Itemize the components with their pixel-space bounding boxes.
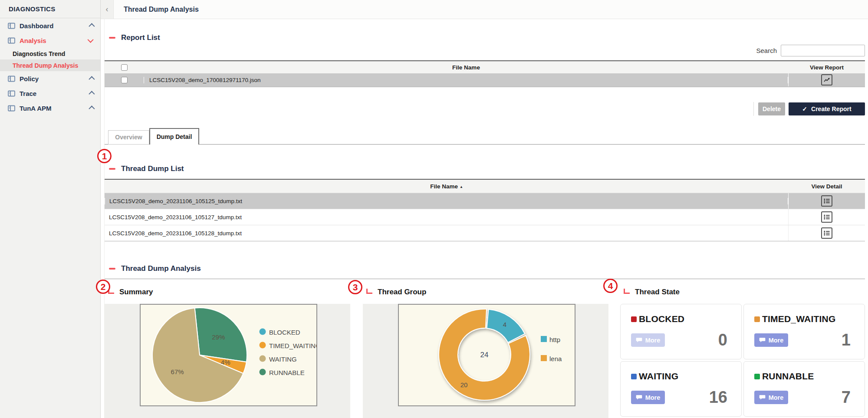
view-detail-button[interactable] [821, 227, 832, 239]
list-icon [823, 198, 830, 204]
page-title: Thread Dump Analysis [124, 0, 199, 19]
column-header-view-report: View Report [789, 64, 865, 71]
thread-dump-row[interactable]: LCSC15V208_demo_20231106_105127_tdump.tx… [105, 209, 865, 225]
layout-icon [8, 90, 15, 97]
legend-marker-BLOCKED[interactable] [260, 329, 266, 335]
thread-dump-analysis-section-header: Thread Dump Analysis [109, 264, 201, 273]
thread-state-card-timed-waiting: TIMED_WAITING More 1 [743, 304, 865, 359]
more-button[interactable]: More [631, 333, 665, 347]
section-title: Thread Dump Analysis [121, 264, 201, 273]
more-button[interactable]: More [754, 333, 788, 347]
chevron-up-icon [89, 105, 95, 112]
report-list-table: File Name View Report LCSC15V208_demo_17… [105, 60, 865, 87]
dump-file-name: LCSC15V208_demo_20231106_105128_tdump.tx… [105, 230, 788, 237]
layout-icon [8, 37, 15, 44]
sort-asc-icon: ▲ [460, 185, 463, 189]
section-title: Report List [121, 33, 160, 42]
column-header-view-detail: View Detail [789, 183, 865, 190]
thread-dump-list-section-header: Thread Dump List [109, 164, 184, 174]
section-dash-icon [109, 168, 115, 170]
more-button[interactable]: More [754, 391, 788, 404]
sidebar-item-label: TunA APM [20, 105, 89, 112]
thread-state-section: Thread State BLOCKED More 0 [620, 286, 865, 417]
corner-icon [624, 289, 630, 294]
annotation-circle-1: 1 [97, 149, 112, 163]
view-detail-button[interactable] [821, 211, 832, 223]
search-row: Search [756, 44, 865, 57]
column-header-file-name[interactable]: File Name [144, 64, 789, 71]
select-all-checkbox[interactable] [121, 64, 128, 71]
section-dash-icon [109, 268, 115, 270]
check-icon: ✓ [802, 105, 807, 112]
sidebar-item-label: Policy [20, 75, 89, 82]
report-table-header: File Name View Report [105, 61, 865, 73]
list-icon [823, 230, 830, 236]
state-color-square [754, 316, 760, 322]
report-actions: Delete ✓ Create Report [753, 102, 865, 115]
view-report-button[interactable] [821, 74, 832, 86]
sidebar: DIAGNOSTICS Dashboard Analysis Diagnosti… [0, 0, 101, 418]
legend-marker-TIMED_WAITING[interactable] [260, 342, 266, 349]
thread-group-donut-chart[interactable]: 42024httplena [399, 305, 575, 405]
state-label: RUNNABLE [762, 371, 814, 382]
chevron-up-icon [89, 23, 95, 29]
svg-text:WAITING: WAITING [269, 355, 297, 363]
thread-group-title: Thread Group [378, 288, 426, 296]
thread-group-section: Thread Group 42024httplena [363, 286, 608, 418]
main-content: Report List Search File Name View Report… [104, 19, 865, 418]
thread-dump-row[interactable]: LCSC15V208_demo_20231106_105128_tdump.tx… [105, 225, 865, 241]
create-report-button[interactable]: ✓ Create Report [789, 102, 865, 115]
sidebar-subitem-label: Thread Dump Analysis [13, 62, 78, 69]
layout-icon [8, 105, 15, 112]
sidebar-item-tuna-apm[interactable]: TunA APM [0, 101, 100, 115]
delete-button[interactable]: Delete [758, 102, 785, 115]
tab-dump-detail[interactable]: Dump Detail [149, 128, 199, 145]
legend-marker-lena[interactable] [541, 355, 547, 361]
summary-pie-chart[interactable]: 29%4%67%BLOCKEDTIMED_WAITINGWAITINGRUNNA… [141, 305, 316, 405]
state-color-square [631, 374, 637, 379]
row-checkbox[interactable] [121, 77, 128, 83]
tab-bar: Overview Dump Detail [105, 128, 865, 145]
state-count: 7 [842, 388, 851, 407]
line-chart-icon [823, 77, 830, 83]
thread-state-card-blocked: BLOCKED More 0 [620, 304, 742, 359]
sidebar-item-label: Dashboard [20, 22, 89, 30]
legend-marker-RUNNABLE[interactable] [260, 369, 266, 375]
thread-dump-row[interactable]: LCSC15V208_demo_20231106_105125_tdump.tx… [105, 193, 865, 209]
sidebar-item-dashboard[interactable]: Dashboard [0, 18, 100, 33]
search-input[interactable] [781, 45, 865, 56]
sidebar-title: DIAGNOSTICS [0, 0, 100, 18]
more-button[interactable]: More [631, 391, 665, 404]
svg-text:20: 20 [460, 381, 468, 388]
dump-file-name: LCSC15V208_demo_20231106_105125_tdump.tx… [105, 198, 788, 204]
tab-overview[interactable]: Overview [108, 130, 149, 145]
layout-icon [8, 23, 15, 29]
chevron-up-icon [89, 91, 95, 97]
thread-dump-analysis-page: DIAGNOSTICS Dashboard Analysis Diagnosti… [0, 0, 868, 418]
svg-text:67%: 67% [171, 368, 184, 375]
view-detail-button[interactable] [821, 195, 832, 207]
state-count: 0 [718, 331, 727, 349]
legend-marker-http[interactable] [541, 336, 547, 342]
sidebar-subitem-label: Diagnostics Trend [13, 50, 65, 57]
thread-state-cards: BLOCKED More 0 TIMED_WAITING [620, 304, 865, 417]
thread-dump-list-table: File Name▲ View Detail LCSC15V208_demo_2… [105, 179, 865, 241]
svg-text:24: 24 [480, 351, 489, 359]
dump-file-name: LCSC15V208_demo_20231106_105127_tdump.tx… [105, 214, 788, 221]
speech-bubble-icon [759, 337, 766, 343]
sidebar-item-policy[interactable]: Policy [0, 71, 100, 86]
report-list-section-header: Report List [109, 33, 160, 43]
sidebar-item-thread-dump-analysis[interactable]: Thread Dump Analysis [0, 59, 100, 71]
svg-text:29%: 29% [212, 333, 225, 341]
sidebar-item-diagnostics-trend[interactable]: Diagnostics Trend [0, 48, 100, 59]
thread-state-title: Thread State [635, 288, 680, 296]
sidebar-item-trace[interactable]: Trace [0, 86, 100, 101]
legend-marker-WAITING[interactable] [260, 355, 266, 362]
back-button[interactable]: ‹ [101, 0, 114, 19]
column-header-file-name[interactable]: File Name▲ [105, 183, 789, 190]
svg-text:TIMED_WAITING: TIMED_WAITING [269, 342, 316, 349]
thread-dump-table-header: File Name▲ View Detail [105, 180, 865, 193]
sidebar-item-analysis[interactable]: Analysis [0, 33, 100, 48]
report-table-row[interactable]: LCSC15V208_demo_1700812971170.json [105, 73, 865, 86]
state-color-square [754, 374, 760, 379]
